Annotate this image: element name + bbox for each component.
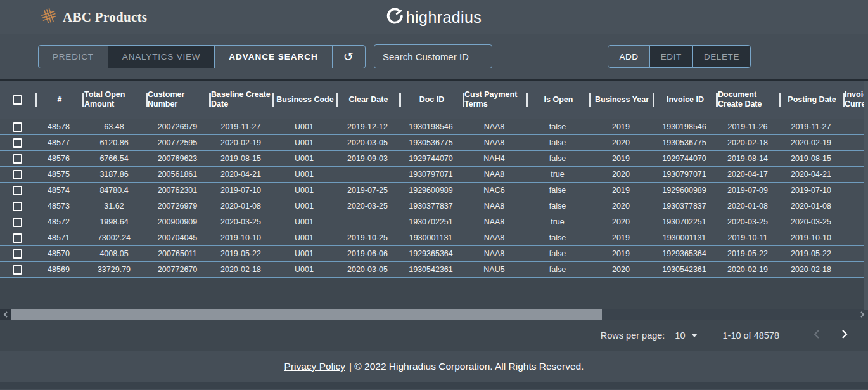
scroll-right-button[interactable]	[857, 309, 867, 320]
rows-per-page-select[interactable]: 10	[675, 330, 697, 341]
vertical-scrollbar-track[interactable]	[864, 81, 868, 310]
predict-button[interactable]: PREDICT	[38, 45, 108, 68]
row-checkbox[interactable]	[13, 138, 22, 148]
table-cell: 1930702251	[399, 218, 463, 226]
table-cell: 2019-05-22	[779, 249, 843, 258]
table-cell: 1930198546	[653, 122, 716, 131]
column-header[interactable]: Customer Number	[146, 81, 209, 119]
table-cell: 2019-06-06	[336, 249, 399, 258]
search-input[interactable]	[374, 44, 492, 68]
row-checkbox[interactable]	[13, 170, 22, 179]
table-row[interactable]: 485766766.542007696232019-08-15U0012019-…	[0, 151, 868, 167]
table-cell: 2020	[589, 138, 653, 147]
table-cell: U001	[272, 202, 336, 211]
refresh-button[interactable]: ↺	[332, 45, 366, 68]
crud-button-group: ADD EDIT DELETE	[608, 45, 751, 68]
table-cell: 2019	[589, 186, 653, 195]
select-all-checkbox[interactable]	[13, 95, 22, 105]
previous-page-button[interactable]	[807, 329, 826, 341]
brand: ABC Products	[41, 0, 147, 34]
data-table: #Total Open AmountCustomer NumberBaselin…	[0, 79, 868, 351]
row-checkbox-cell	[0, 214, 35, 230]
table-cell: 200769623	[146, 154, 209, 163]
table-cell: 2020	[589, 202, 653, 211]
table-row[interactable]: 485776120.862007725952020-02-19U0012020-…	[0, 135, 868, 151]
table-row[interactable]: 4857331.622007269792020-01-08U0012020-03…	[0, 198, 868, 214]
table-row[interactable]: 4857484780.42007623012019-07-10U0012019-…	[0, 183, 868, 198]
column-header-label: Cust Payment Terms	[464, 90, 526, 109]
edit-button[interactable]: EDIT	[649, 45, 693, 68]
table-cell: true	[526, 170, 589, 179]
column-header[interactable]: #	[35, 81, 82, 119]
table-cell: U001	[272, 122, 336, 131]
copyright-text: | © 2022 Highradius Corporation. All Rig…	[349, 361, 584, 372]
scrollbar-thumb[interactable]	[11, 309, 602, 320]
row-checkbox[interactable]	[13, 233, 22, 243]
column-header[interactable]: Cust Payment Terms	[463, 81, 526, 119]
table-row[interactable]: 485753187.862005618612020-04-21U00119307…	[0, 167, 868, 183]
row-checkbox[interactable]	[13, 218, 22, 227]
table-row[interactable]: 4857863.482007269792019-11-27U0012019-12…	[0, 119, 868, 135]
column-header[interactable]: Total Open Amount	[82, 81, 146, 119]
table-row[interactable]: 485704008.052007650112019-05-22U0012019-…	[0, 246, 868, 262]
column-header[interactable]: Document Create Date	[716, 81, 779, 119]
analytics-view-button[interactable]: ANALYTICS VIEW	[108, 45, 215, 68]
table-row[interactable]: 4856933729.792007726702020-02-18U0012020…	[0, 262, 868, 278]
column-header[interactable]: Clear Date	[336, 81, 399, 119]
table-cell: 1930797071	[653, 170, 716, 179]
row-checkbox-cell	[0, 262, 35, 277]
column-header-label: #	[37, 95, 82, 105]
table-cell: 3187.86	[82, 170, 146, 179]
column-header[interactable]: Baseline Create Date	[209, 81, 272, 119]
row-checkbox[interactable]	[13, 249, 22, 259]
table-body: 4857863.482007269792019-11-27U0012019-12…	[0, 119, 868, 278]
column-header[interactable]: Invoice ID	[653, 81, 716, 119]
table-cell: false	[526, 202, 589, 211]
row-checkbox[interactable]	[13, 186, 22, 195]
table-row[interactable]: 4857173002.242007040452019-10-10U0012019…	[0, 230, 868, 246]
row-checkbox[interactable]	[13, 154, 22, 164]
delete-button[interactable]: DELETE	[692, 45, 751, 68]
column-header[interactable]: Business Year	[589, 81, 653, 119]
table-cell: 1930536775	[653, 138, 716, 147]
table-empty-space	[0, 278, 868, 309]
table-cell: 2019-11-27	[209, 122, 272, 131]
table-cell: 2020-01-08	[779, 202, 843, 211]
scroll-left-button[interactable]	[0, 309, 11, 320]
table-cell: NAC6	[463, 186, 526, 195]
next-page-button[interactable]	[836, 329, 854, 341]
table-cell: 200765011	[146, 249, 209, 258]
advance-search-button[interactable]: ADVANCE SEARCH	[214, 45, 333, 68]
column-header-label: Posting Date	[781, 95, 843, 105]
table-cell: 200900909	[146, 218, 209, 226]
privacy-policy-link[interactable]: Privacy Policy	[284, 361, 345, 372]
column-header[interactable]: Is Open	[526, 81, 589, 119]
column-header[interactable]: Business Code	[272, 81, 336, 119]
table-cell: 2019	[589, 122, 653, 131]
table-cell: 48575	[35, 170, 82, 179]
table-cell: 2020-03-25	[779, 218, 843, 226]
row-checkbox[interactable]	[13, 122, 22, 132]
table-cell: 48576	[35, 154, 82, 163]
refresh-icon: ↺	[343, 50, 354, 63]
table-cell: 63.48	[82, 122, 146, 131]
horizontal-scrollbar[interactable]	[0, 309, 868, 320]
row-checkbox[interactable]	[13, 265, 22, 275]
column-header-label: Business Code	[274, 95, 336, 105]
column-header-label: Business Year	[591, 95, 653, 105]
table-cell: 2019-11-27	[779, 122, 843, 131]
row-checkbox-cell	[0, 230, 35, 245]
table-cell: 2020-03-25	[209, 218, 272, 226]
row-checkbox[interactable]	[13, 202, 22, 211]
table-cell: 2019-07-25	[336, 186, 399, 195]
caret-down-icon	[691, 334, 698, 337]
table-cell: 48574	[35, 186, 82, 195]
add-button[interactable]: ADD	[608, 45, 649, 68]
table-cell: 1930377837	[399, 202, 463, 211]
table-cell: NAA8	[463, 249, 526, 258]
table-cell: 48571	[35, 233, 82, 242]
column-header[interactable]: Posting Date	[779, 81, 843, 119]
table-cell: 2019-12-12	[336, 122, 399, 131]
table-row[interactable]: 485721998.642009009092020-03-25U00119307…	[0, 214, 868, 230]
column-header[interactable]: Doc ID	[399, 81, 463, 119]
